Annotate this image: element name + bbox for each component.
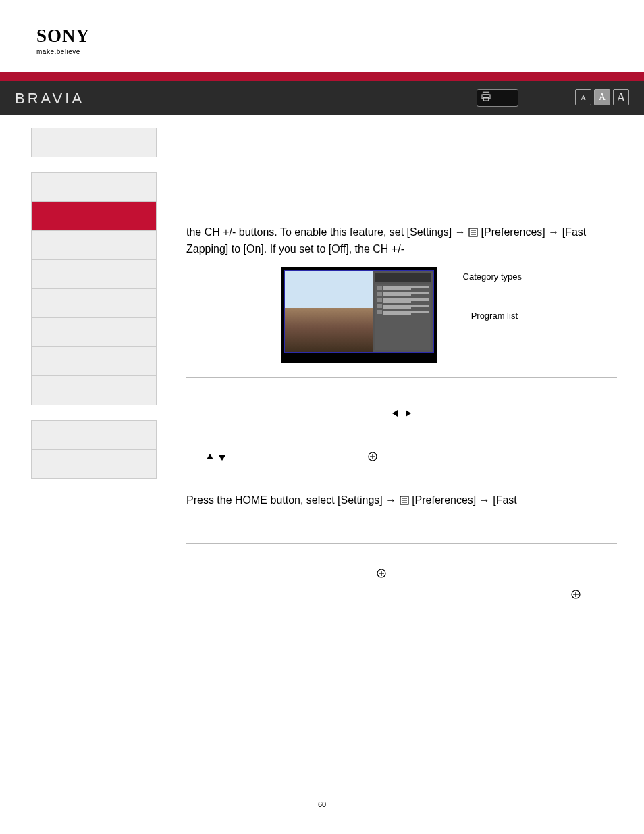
- product-line-title: BRAVIA: [15, 90, 84, 107]
- example-screenshot: Category types Program list: [281, 267, 617, 363]
- page-number: 60: [0, 800, 644, 808]
- sidebar-item[interactable]: [32, 376, 156, 405]
- callout-category-types: Category types: [463, 270, 522, 284]
- svg-rect-2: [483, 98, 489, 101]
- text-segment: [Preferences] → [Fast: [412, 494, 517, 506]
- divider: [186, 377, 617, 378]
- callout-program-list: Program list: [471, 309, 518, 323]
- sidebar-item[interactable]: [32, 231, 156, 260]
- sidebar-item[interactable]: [32, 347, 156, 376]
- sidebar-group-1: [31, 128, 157, 157]
- program-pane: [373, 271, 433, 352]
- arrow-up-icon: [205, 450, 215, 462]
- arrow-left-right-row: [186, 405, 617, 422]
- sidebar-nav: [0, 115, 155, 479]
- sidebar-item[interactable]: [32, 289, 156, 318]
- sidebar-item-active[interactable]: [32, 202, 156, 231]
- logo-area: SONY make.believe: [0, 0, 644, 61]
- preferences-icon: [468, 226, 478, 238]
- svg-marker-8: [406, 410, 411, 417]
- print-icon: [477, 90, 492, 105]
- brand-tagline: make.believe: [36, 48, 644, 55]
- font-size-small-button[interactable]: A: [575, 89, 591, 105]
- sidebar-item[interactable]: [32, 173, 156, 202]
- divider: [186, 163, 617, 163]
- text-segment: Press the HOME button, select [Settings]…: [186, 494, 400, 506]
- font-size-medium-button[interactable]: A: [594, 89, 610, 105]
- program-list: [375, 284, 431, 350]
- paragraph-home-settings: Press the HOME button, select [Settings]…: [186, 492, 617, 509]
- sidebar-item[interactable]: [32, 450, 156, 478]
- arrow-right-icon: [403, 407, 412, 419]
- svg-marker-7: [392, 410, 398, 417]
- circle-plus-icon: [368, 450, 377, 462]
- sidebar-item[interactable]: [32, 260, 156, 289]
- sidebar-item[interactable]: [32, 128, 156, 157]
- circle-plus-row: [186, 565, 617, 582]
- circle-plus-icon: [377, 567, 386, 579]
- category-bar: [375, 273, 431, 282]
- preferences-icon: [400, 494, 409, 506]
- paragraph-fast-zapping: the CH +/- buttons. To enable this featu…: [186, 224, 617, 258]
- sidebar-item[interactable]: [32, 421, 156, 450]
- circle-plus-row-right: [186, 586, 617, 603]
- circle-plus-icon: [571, 588, 581, 600]
- text-segment: the CH +/- buttons. To enable this featu…: [186, 226, 468, 238]
- svg-marker-10: [219, 455, 225, 461]
- font-size-buttons: A A A: [575, 89, 629, 105]
- sidebar-group-3: [31, 420, 157, 479]
- preview-thumbnail: [285, 271, 373, 352]
- divider: [186, 637, 617, 637]
- divider: [186, 543, 617, 544]
- sidebar-item[interactable]: [32, 318, 156, 347]
- title-bar: BRAVIA A A A: [0, 81, 644, 115]
- arrow-up-down-plus-row: [186, 448, 617, 465]
- svg-marker-9: [207, 454, 213, 459]
- arrow-down-icon: [217, 450, 227, 462]
- sidebar-group-2: [31, 172, 157, 405]
- font-size-large-button[interactable]: A: [613, 89, 629, 105]
- print-button[interactable]: [477, 89, 518, 107]
- main-content: the CH +/- buttons. To enable this featu…: [155, 115, 644, 652]
- brand-wordmark: SONY: [36, 26, 644, 47]
- accent-strip: [0, 72, 644, 81]
- arrow-left-icon: [391, 407, 400, 419]
